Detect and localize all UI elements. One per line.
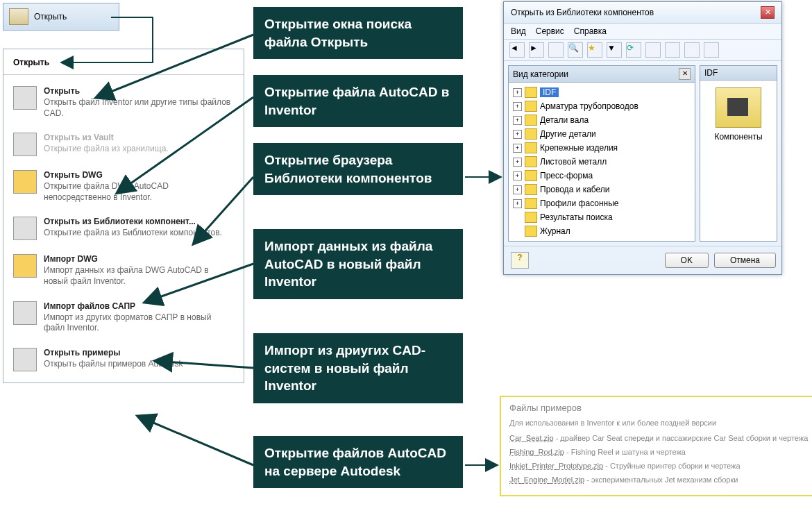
tree-item-label: Журнал (540, 226, 570, 236)
vault-icon (13, 133, 37, 156)
callout-3: Открытие браузера Библиотеки компонентов (253, 143, 463, 195)
library-menubar: Вид Сервис Справка (504, 24, 781, 39)
menu-item-title: Открыть DWG (44, 170, 234, 180)
refresh-icon[interactable]: ⟳ (626, 42, 641, 58)
back-icon[interactable]: ◄ (509, 42, 525, 58)
tree-item-label: Арматура трубопроводов (540, 101, 638, 111)
menu-item-desc: Импорт данных из файла DWG AutoCAD в нов… (44, 265, 234, 287)
callout-6: Открытие файлов AutoCAD на сервере Autod… (253, 436, 463, 488)
tree-item[interactable]: +Пресс-форма (513, 169, 691, 183)
cancel-button[interactable]: Отмена (714, 253, 776, 268)
menu-item-desc: Импорт из других форматов САПР в новый ф… (44, 312, 234, 334)
tree-item-label: IDF (540, 87, 559, 97)
filter-icon[interactable]: ▼ (607, 42, 622, 58)
category-tree[interactable]: +IDF+Арматура трубопроводов+Детали вала+… (509, 83, 695, 241)
category-icon (525, 212, 537, 223)
sample-desc: - экспериментальных Jet механизм сборки (584, 476, 738, 484)
expand-icon[interactable]: + (513, 185, 522, 194)
expand-icon[interactable]: + (513, 130, 522, 139)
menu-service[interactable]: Сервис (536, 26, 564, 36)
content-item-label: Компоненты (700, 132, 777, 142)
open-menu-header: Открыть (3, 53, 244, 75)
category-icon (525, 115, 537, 126)
folder-icon (9, 8, 28, 25)
expand-icon[interactable]: + (513, 158, 522, 167)
folder-icon (13, 86, 37, 110)
sample-row: Car_Seat.zip - драйвер Car Seat спереди … (509, 434, 809, 442)
tree-item[interactable]: Журнал (513, 224, 691, 238)
category-icon (525, 156, 537, 167)
samples-icon (13, 348, 37, 371)
tree-item-label: Детали вала (540, 115, 589, 125)
menu-item-title: Открыть из Библиотеки компонент... (44, 217, 222, 226)
menu-item-desc: Открытие файла из хранилища. (44, 144, 169, 155)
menu-item-import-cad[interactable]: Импорт файлов САПР Импорт из других форм… (3, 294, 244, 341)
sample-desc: - Fishing Reel и шатуна и чертежа (564, 448, 686, 456)
expand-icon[interactable]: + (513, 116, 522, 125)
samples-title: Файлы примеров (509, 403, 809, 413)
tree-item[interactable]: +Листовой металл (513, 155, 691, 169)
tree-item-label: Профили фасонные (540, 199, 619, 208)
search-icon[interactable]: 🔍 (568, 42, 583, 58)
menu-item-desc: Открыть файлы примеров Autodesk (44, 359, 183, 370)
tree-item[interactable]: +Другие детали (513, 127, 691, 141)
tree-item[interactable]: Результаты поиска (513, 210, 691, 224)
panel-close-icon[interactable]: ✕ (679, 68, 691, 80)
tree-item-label: Другие детали (540, 129, 596, 139)
view-list-icon[interactable] (684, 42, 700, 58)
expand-icon[interactable]: + (513, 88, 522, 97)
ribbon-open-button[interactable]: Открыть (3, 3, 119, 31)
tree-item[interactable]: +Провода и кабели (513, 183, 691, 196)
category-icon (525, 226, 537, 237)
view-detail-icon[interactable] (704, 42, 719, 58)
close-button[interactable]: ✕ (761, 6, 775, 19)
menu-item-title: Импорт файлов САПР (44, 301, 234, 311)
import-dwg-icon (13, 254, 37, 278)
help-button[interactable]: ? (511, 252, 529, 269)
component-folder-icon[interactable] (716, 87, 761, 128)
tree-item[interactable]: +Профили фасонные (513, 196, 691, 210)
menu-view[interactable]: Вид (511, 26, 526, 36)
menu-item-open[interactable]: Открыть Открыть файл Inventor или другие… (3, 79, 244, 126)
sample-row: Inkjet_Printer_Prototype.zip - Струйные … (509, 462, 809, 470)
tree-item[interactable]: +Крепежные изделия (513, 141, 691, 155)
tree-item-label: Пресс-форма (540, 171, 593, 180)
expand-icon[interactable]: + (513, 171, 522, 180)
category-icon (525, 101, 537, 112)
tree-item[interactable]: +Арматура трубопроводов (513, 99, 691, 113)
sample-row: Fishing_Rod.zip - Fishing Reel и шатуна … (509, 448, 809, 456)
history-icon[interactable] (645, 42, 661, 58)
category-icon (525, 142, 537, 153)
library-icon (13, 217, 37, 240)
library-toolbar: ◄ ► 🔍 ★ ▼ ⟳ (504, 39, 781, 61)
menu-item-open-samples[interactable]: Открыть примеры Открыть файлы примеров A… (3, 341, 244, 378)
tree-item-label: Крепежные изделия (540, 143, 618, 153)
menu-item-title: Импорт DWG (44, 254, 234, 264)
sample-link[interactable]: Car_Seat.zip (509, 434, 554, 442)
sample-link[interactable]: Jet_Engine_Model.zip (509, 476, 584, 484)
ok-button[interactable]: OK (665, 253, 709, 268)
callout-2: Открытие файла AutoCAD в Inventor (253, 75, 463, 127)
menu-item-desc: Открыть файл Inventor или другие типы фа… (44, 97, 234, 119)
library-dialog: Открыть из Библиотеки компонентов ✕ Вид … (503, 1, 782, 275)
expand-icon[interactable]: + (513, 199, 522, 208)
menu-item-open-vault[interactable]: Открыть из Vault Открытие файла из храни… (3, 126, 244, 163)
sample-link[interactable]: Fishing_Rod.zip (509, 448, 564, 456)
expand-icon[interactable]: + (513, 102, 522, 111)
view-grid-icon[interactable] (665, 42, 680, 58)
menu-item-open-dwg[interactable]: Открыть DWG Открытие файла DWG AutoCAD н… (3, 163, 244, 210)
library-title: Открыть из Библиотеки компонентов (511, 8, 654, 17)
menu-item-open-library[interactable]: Открыть из Библиотеки компонент... Откры… (3, 210, 244, 247)
expand-icon[interactable]: + (513, 144, 522, 153)
menu-item-import-dwg[interactable]: Импорт DWG Импорт данных из файла DWG Au… (3, 247, 244, 294)
content-panel: IDF Компоненты (700, 65, 777, 242)
menu-item-desc: Открытие файла из Библиотеки компонентов… (44, 228, 222, 239)
tree-item[interactable]: +Детали вала (513, 113, 691, 127)
forward-icon[interactable]: ► (529, 42, 544, 58)
home-icon[interactable] (548, 42, 564, 58)
tree-item[interactable]: +IDF (513, 85, 691, 99)
menu-help[interactable]: Справка (574, 26, 607, 36)
sample-link[interactable]: Inkjet_Printer_Prototype.zip (509, 462, 603, 470)
favorite-icon[interactable]: ★ (587, 42, 602, 58)
category-icon (525, 198, 537, 209)
